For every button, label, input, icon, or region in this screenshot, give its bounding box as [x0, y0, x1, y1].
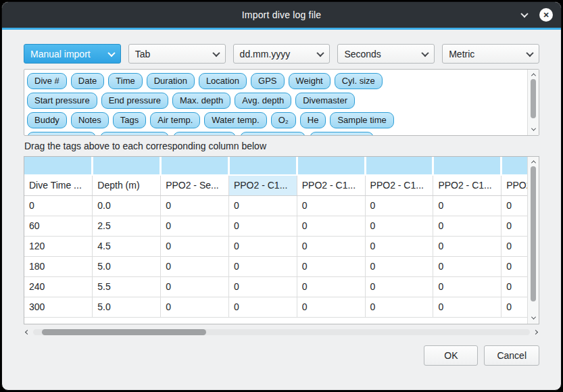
tag-weight[interactable]: Weight — [289, 73, 331, 89]
tag-sample-temp[interactable]: Sample temp. — [100, 132, 169, 135]
table-cell: 0 — [228, 276, 297, 297]
combo-duration-format[interactable]: Seconds — [337, 44, 435, 64]
tag-end-pressure[interactable]: End pressure — [101, 93, 168, 109]
table-cell: 0 — [433, 195, 501, 216]
tag-sample-ndl[interactable]: Sample NDL — [310, 132, 374, 135]
tag-sample-po[interactable]: Sample pO₂ — [173, 132, 235, 135]
tag-row: BuddyNotesTagsAir temp.Water temp.O₂HeSa… — [27, 112, 524, 128]
drop-target-cell[interactable] — [161, 157, 229, 175]
horizontal-scrollbar[interactable] — [24, 327, 539, 337]
table-cell: 0 — [433, 256, 501, 276]
drop-target-cell[interactable] — [24, 157, 93, 175]
dialog-content: Manual importTabdd.mm.yyyySecondsMetric … — [2, 30, 561, 366]
table-cell: 0 — [365, 195, 433, 216]
scrollbar-thumb[interactable] — [42, 329, 206, 335]
column-header[interactable]: PPO2 - C1... — [228, 175, 297, 195]
chevron-down-icon — [527, 51, 533, 57]
column-header[interactable]: PPO2 - C1... — [501, 175, 527, 195]
tag-scrollbar[interactable] — [527, 70, 539, 135]
tag-time[interactable]: Time — [108, 73, 142, 89]
scrollbar-track[interactable] — [33, 329, 530, 335]
table-cell: 0 — [228, 256, 297, 276]
table-cell: 0 — [297, 297, 365, 317]
table-cell: 0 — [501, 276, 527, 297]
table-cell: 0 — [501, 236, 527, 256]
tag-avg-depth[interactable]: Avg. depth — [235, 93, 291, 109]
table-cell: 0 — [228, 216, 297, 236]
tag-dive[interactable]: Dive # — [27, 73, 67, 89]
tag-sample-cns[interactable]: Sample CNS — [240, 132, 305, 135]
combo-field-separator[interactable]: Tab — [128, 44, 226, 64]
table-cell: 0 — [433, 236, 501, 256]
import-table-area: Dive Time ...Depth (m)PPO2 - Se...PPO2 -… — [24, 156, 539, 324]
scrollbar-thumb[interactable] — [531, 79, 536, 118]
ok-button[interactable]: OK — [424, 345, 478, 366]
tag-divemaster[interactable]: Divemaster — [295, 93, 355, 109]
table-cell: 0 — [501, 297, 527, 317]
table-scrollbar[interactable] — [527, 157, 539, 324]
column-header[interactable]: PPO2 - C1... — [365, 175, 433, 195]
table-cell: 0 — [161, 236, 229, 256]
tag-notes[interactable]: Notes — [71, 112, 109, 128]
table-cell: 0 — [161, 276, 229, 297]
column-header[interactable]: PPO2 - Se... — [161, 175, 229, 195]
column-header[interactable]: PPO2 - C1... — [433, 175, 501, 195]
table-cell: 2.5 — [93, 216, 161, 236]
drop-target-cell[interactable] — [501, 157, 527, 175]
tag-gps[interactable]: GPS — [251, 73, 284, 89]
table-cell: 5.0 — [93, 256, 161, 276]
table-cell: 180 — [24, 256, 93, 276]
drop-target-cell[interactable] — [433, 157, 501, 175]
table-cell: 0.0 — [93, 195, 161, 216]
scroll-up-icon[interactable] — [530, 158, 537, 166]
combo-units[interactable]: Metric — [442, 44, 539, 64]
drop-target-cell[interactable] — [228, 157, 297, 175]
table-cell: 0 — [501, 256, 527, 276]
close-icon: ✕ — [543, 11, 549, 20]
tag-buddy[interactable]: Buddy — [27, 112, 67, 128]
close-button[interactable]: ✕ — [539, 8, 553, 22]
table-clip: Dive Time ...Depth (m)PPO2 - Se...PPO2 -… — [24, 157, 527, 324]
combo-date-format[interactable]: dd.mm.yyyy — [233, 44, 331, 64]
tag-location[interactable]: Location — [199, 73, 247, 89]
scroll-down-icon[interactable] — [530, 314, 537, 322]
tag-max-depth[interactable]: Max. depth — [172, 93, 230, 109]
titlebar-icons: ✕ — [520, 2, 553, 28]
tag-duration[interactable]: Duration — [147, 73, 195, 89]
instruction-text: Drag the tags above to each correspondin… — [24, 141, 539, 151]
table-cell: 0 — [297, 216, 365, 236]
chevron-down-icon[interactable] — [520, 10, 529, 20]
tag-he[interactable]: He — [300, 112, 326, 128]
tag-tags[interactable]: Tags — [113, 112, 146, 128]
table-row: 00.0000000 — [24, 195, 527, 216]
table-cell: 60 — [24, 216, 93, 236]
column-header[interactable]: Dive Time ... — [24, 175, 93, 195]
tag-start-pressure[interactable]: Start pressure — [27, 93, 97, 109]
scroll-right-icon[interactable] — [532, 328, 539, 336]
scroll-down-icon[interactable] — [530, 126, 537, 133]
tag-cyl-size[interactable]: Cyl. size — [335, 73, 383, 89]
drop-target-cell[interactable] — [297, 157, 365, 175]
chevron-down-icon — [214, 51, 219, 57]
table-cell: 0 — [433, 216, 501, 236]
tag-date[interactable]: Date — [71, 73, 104, 89]
titlebar[interactable]: Import dive log file ✕ — [2, 2, 561, 28]
tag-pool: Dive #DateTimeDurationLocationGPSWeightC… — [24, 69, 539, 136]
scrollbar-thumb[interactable] — [531, 166, 536, 301]
tag-air-temp[interactable]: Air temp. — [150, 112, 200, 128]
table-cell: 0 — [161, 195, 229, 216]
table-row: 3005.0000000 — [24, 297, 527, 317]
tag-sample-depth[interactable]: Sample depth — [27, 132, 96, 135]
column-header[interactable]: PPO2 - C1... — [297, 175, 365, 195]
combo-import-type[interactable]: Manual import — [24, 44, 121, 64]
column-header[interactable]: Depth (m) — [93, 175, 161, 195]
tag-water-temp[interactable]: Water temp. — [204, 112, 266, 128]
scroll-up-icon[interactable] — [530, 71, 537, 78]
tag-sample-time[interactable]: Sample time — [330, 112, 393, 128]
tag-o[interactable]: O₂ — [271, 112, 296, 128]
drop-target-cell[interactable] — [93, 157, 161, 175]
cancel-button[interactable]: Cancel — [484, 345, 539, 366]
scroll-left-icon[interactable] — [24, 328, 31, 336]
table-cell: 5.0 — [93, 297, 161, 317]
drop-target-cell[interactable] — [365, 157, 433, 175]
